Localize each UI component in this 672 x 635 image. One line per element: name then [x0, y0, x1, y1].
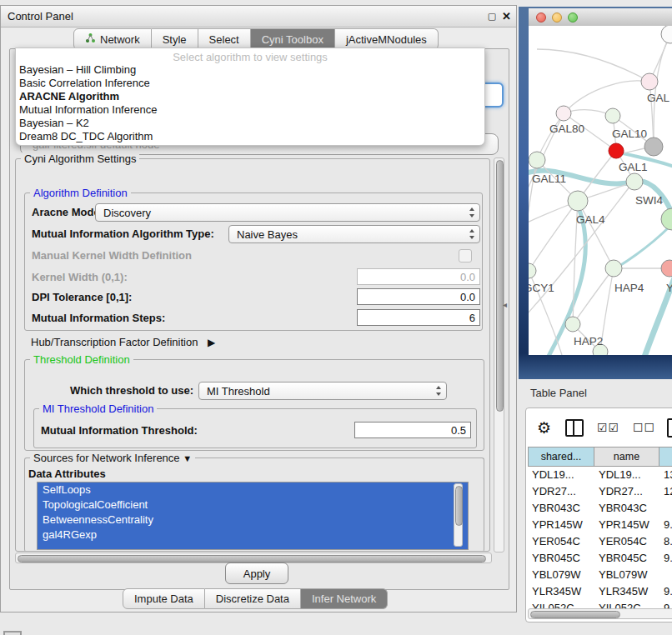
close-panel-icon[interactable]: ✕	[502, 10, 511, 22]
table-cell: YPR145W	[594, 517, 659, 533]
table-cell: 9.	[659, 550, 672, 567]
network-node-y[interactable]	[661, 260, 672, 277]
tab-label: Style	[163, 33, 187, 46]
network-edge[interactable]	[617, 226, 670, 268]
attribute-item[interactable]: SelfLoops	[38, 482, 468, 498]
table-cell: 8.	[659, 533, 672, 550]
table-row[interactable]: YER054CYER054C8.	[528, 533, 672, 550]
settings-horizontal-thumb[interactable]	[18, 555, 486, 562]
network-node-gal1[interactable]	[609, 143, 624, 158]
table-row[interactable]: YBR043CYBR043C	[528, 500, 672, 517]
network-edge[interactable]	[529, 204, 570, 226]
network-node-hap2[interactable]	[565, 317, 580, 332]
table-cell: 13	[659, 467, 672, 483]
mi-type-select[interactable]: Naive Bayes	[228, 225, 480, 243]
panel-divider-grip[interactable]: ◂	[503, 300, 507, 309]
algorithm-option[interactable]: Bayesian – Hill Climbing	[16, 63, 484, 77]
network-node-gcy1[interactable]	[529, 263, 536, 278]
network-edge[interactable]	[537, 49, 649, 82]
network-edge[interactable]	[547, 206, 585, 355]
hub-definition-toggle[interactable]: Hub/Transcription Factor Definition ▶	[31, 336, 215, 348]
network-edge[interactable]	[564, 81, 649, 113]
attribute-item[interactable]: BetweennessCentrality	[38, 512, 468, 528]
float-window-icon[interactable]: ▢	[488, 11, 496, 22]
table-cell: YBR043C	[528, 500, 594, 517]
network-node-swi4[interactable]	[626, 173, 643, 190]
attribute-item[interactable]: TopologicalCoefficient	[38, 498, 468, 512]
close-window-icon[interactable]	[536, 12, 546, 22]
table-cell: YLR345W	[528, 583, 594, 600]
table-cell: YDL19...	[594, 467, 659, 483]
table-cell: YDR27...	[528, 483, 594, 500]
export-table-icon[interactable]	[667, 418, 672, 438]
table-row[interactable]: YBR045CYBR045C9.	[528, 550, 672, 567]
table-cell: YER054C	[528, 533, 594, 550]
network-node-label: Y	[666, 282, 672, 294]
network-node-label: GAL80	[549, 122, 584, 135]
table-row[interactable]: YBL079WYBL079W	[528, 567, 672, 583]
maximize-window-icon[interactable]	[568, 12, 578, 22]
column-header[interactable]: A	[659, 447, 672, 467]
network-node[interactable]	[661, 208, 672, 230]
table-row[interactable]: YLR345WYLR345W9.	[528, 583, 672, 600]
table-horizontal-scrollbar[interactable]	[528, 608, 672, 619]
which-threshold-select[interactable]: MI Threshold	[198, 382, 447, 400]
settings-vertical-scrollbar[interactable]	[494, 158, 504, 552]
tab-discretize-data[interactable]: Discretize Data	[205, 588, 301, 609]
minimized-panel-icon[interactable]	[3, 631, 22, 635]
attributes-scrollbar-thumb[interactable]	[455, 486, 463, 526]
tab-infer-network[interactable]: Infer Network	[301, 588, 388, 609]
network-node-gal[interactable]	[641, 73, 658, 90]
expand-right-icon[interactable]: ▶	[208, 337, 215, 348]
dpi-tolerance-label: DPI Tolerance [0,1]:	[32, 291, 132, 303]
network-canvas[interactable]: GALGAL80GAL10GAL1GAL11GAL4SWI4GCY1HAP4YH…	[529, 26, 672, 355]
algorithm-option[interactable]: Basic Correlation Inference	[16, 77, 484, 90]
table-row[interactable]: YPR145WYPR145W9.	[528, 517, 672, 533]
tab-impute-data[interactable]: Impute Data	[123, 588, 205, 609]
data-attributes-list[interactable]: SelfLoopsTopologicalCoefficientBetweenne…	[37, 482, 469, 550]
network-graph[interactable]: GALGAL80GAL10GAL1GAL11GAL4SWI4GCY1HAP4YH…	[529, 26, 672, 355]
network-edge[interactable]	[644, 264, 672, 355]
algorithm-option[interactable]: ARACNE Algorithm	[16, 90, 484, 103]
attribute-item[interactable]: gal4RGexp	[38, 528, 468, 542]
algorithm-option[interactable]: Bayesian – K2	[16, 117, 484, 130]
dpi-tolerance-field[interactable]: 0.0	[357, 288, 480, 305]
gear-icon[interactable]: ⚙	[537, 418, 551, 438]
column-layout-icon[interactable]	[565, 419, 584, 437]
collapse-down-icon[interactable]: ▼	[183, 453, 192, 463]
aracne-mode-select[interactable]: Discovery	[95, 203, 480, 222]
network-window-titlebar[interactable]	[529, 8, 672, 27]
manual-kernel-checkbox[interactable]	[459, 249, 472, 262]
attributes-scrollbar[interactable]	[454, 483, 463, 547]
network-node-gal80[interactable]	[556, 106, 571, 121]
table-row[interactable]: YDL19...YDL19...13	[528, 467, 672, 483]
column-header[interactable]: shared...	[528, 447, 594, 467]
kernel-width-field[interactable]: 0.0	[357, 268, 480, 285]
network-node-gal11[interactable]	[529, 152, 545, 168]
mi-threshold-field[interactable]: 0.5	[354, 422, 471, 438]
table-cell: 9.	[659, 583, 672, 600]
minimize-window-icon[interactable]	[552, 12, 562, 22]
control-panel-titlebar: Control Panel ▢ ✕	[1, 6, 516, 28]
network-edge[interactable]	[573, 268, 614, 324]
select-all-columns-icon[interactable]: ☑☑	[597, 421, 619, 434]
network-node-gal10[interactable]	[605, 108, 620, 123]
network-node[interactable]	[661, 26, 672, 43]
network-node-label: GAL	[647, 92, 670, 104]
algorithm-option[interactable]: Mutual Information Inference	[16, 103, 484, 117]
network-node-gal4[interactable]	[568, 191, 588, 211]
algorithm-option[interactable]: Dream8 DC_TDC Algorithm	[16, 130, 484, 143]
table-cell	[659, 567, 672, 583]
table-row[interactable]: YDR27...YDR27...12	[528, 483, 672, 500]
deselect-all-columns-icon[interactable]: ☐☐	[633, 421, 655, 434]
column-header[interactable]: name	[594, 447, 659, 467]
table-horizontal-thumb[interactable]	[530, 611, 620, 618]
mi-steps-field[interactable]: 6	[357, 309, 480, 326]
settings-vertical-thumb[interactable]	[496, 160, 504, 412]
network-node-hap4[interactable]	[605, 260, 622, 277]
network-node[interactable]	[644, 138, 663, 156]
mi-type-value: Naive Bayes	[237, 228, 298, 241]
apply-button[interactable]: Apply	[225, 562, 288, 584]
settings-group-title: Cyni Algorithm Settings	[21, 152, 139, 165]
table-cell: 12	[659, 483, 672, 500]
